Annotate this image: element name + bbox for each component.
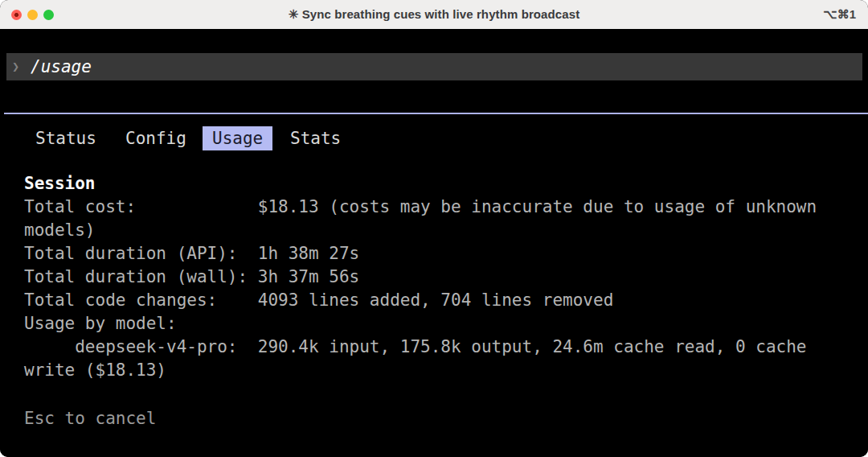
- session-heading: Session: [24, 172, 860, 196]
- usage-report: Session Total cost: $18.13 (costs may be…: [24, 172, 860, 382]
- minimize-button[interactable]: [27, 10, 38, 20]
- prompt-chevron-icon: ❯: [12, 56, 19, 79]
- titlebar: ✳ Sync breathing cues with live rhythm b…: [0, 0, 868, 30]
- tab-config[interactable]: Config: [125, 126, 186, 150]
- window-shortcut-hint: ⌥⌘1: [823, 0, 856, 29]
- tab-stats[interactable]: Stats: [290, 126, 341, 150]
- tab-status[interactable]: Status: [35, 126, 96, 150]
- session-stats-text: Total cost: $18.13 (costs may be inaccur…: [24, 196, 860, 382]
- esc-hint: Esc to cancel: [24, 407, 156, 430]
- terminal-content: ❯ /usage Status Config Usage Stats Sessi…: [0, 29, 868, 457]
- close-button[interactable]: [11, 10, 22, 20]
- section-divider: [4, 113, 868, 114]
- zoom-button[interactable]: [43, 10, 54, 20]
- window-title: ✳ Sync breathing cues with live rhythm b…: [289, 7, 579, 22]
- tab-usage[interactable]: Usage: [203, 126, 272, 150]
- tab-bar: Status Config Usage Stats: [0, 126, 868, 150]
- traffic-lights: [11, 0, 54, 29]
- command-text: /usage: [31, 56, 92, 79]
- command-input[interactable]: ❯ /usage: [6, 53, 862, 80]
- terminal-window: ✳ Sync breathing cues with live rhythm b…: [0, 0, 868, 457]
